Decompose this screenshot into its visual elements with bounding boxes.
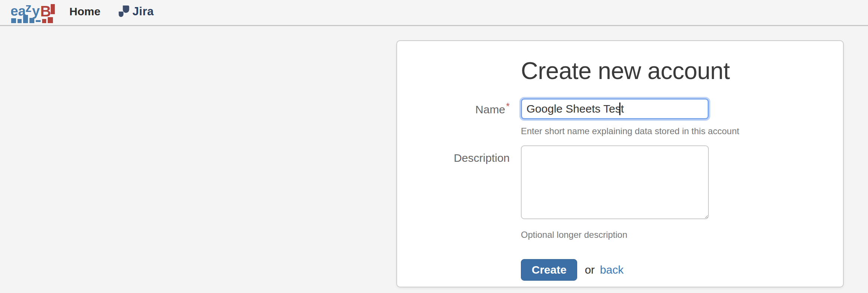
nav-jira-label: Jira bbox=[132, 5, 154, 18]
name-control-col: Enter short name explaining data stored … bbox=[521, 98, 739, 137]
description-help-text: Optional longer description bbox=[521, 230, 709, 240]
account-name-input[interactable] bbox=[521, 98, 709, 119]
name-label: Name bbox=[475, 103, 505, 116]
logo-text-y: y bbox=[32, 3, 40, 19]
name-label-wrap: Name* bbox=[397, 98, 521, 116]
name-help-text: Enter short name explaining data stored … bbox=[521, 126, 739, 137]
jira-logo-icon bbox=[117, 4, 130, 19]
name-input-wrap bbox=[521, 98, 709, 119]
account-description-textarea[interactable] bbox=[521, 145, 709, 219]
top-nav-bar: ea z y B Home Jira bbox=[0, 0, 868, 26]
nav-jira-link[interactable]: Jira bbox=[117, 4, 154, 19]
actions-group: Create or back bbox=[521, 259, 623, 281]
nav-home-link[interactable]: Home bbox=[69, 6, 100, 17]
description-control-col: Optional longer description bbox=[521, 145, 709, 240]
back-link[interactable]: back bbox=[600, 264, 623, 276]
required-asterisk: * bbox=[506, 101, 510, 112]
name-field-row: Name* Enter short name explaining data s… bbox=[397, 98, 843, 137]
eazybi-logo[interactable]: ea z y B bbox=[11, 1, 57, 24]
actions-row: Create or back bbox=[397, 249, 843, 281]
page-title: Create new account bbox=[521, 57, 843, 85]
create-button[interactable]: Create bbox=[521, 259, 577, 281]
eazybi-logo-icon: ea z y B bbox=[11, 1, 57, 24]
text-caret bbox=[619, 103, 620, 115]
create-account-form: Name* Enter short name explaining data s… bbox=[397, 98, 843, 281]
description-field-row: Description Optional longer description bbox=[397, 145, 843, 240]
or-separator: or bbox=[585, 264, 595, 276]
logo-text-z: z bbox=[25, 1, 32, 15]
description-label-wrap: Description bbox=[397, 145, 521, 165]
create-account-card: Create new account Name* Enter short nam… bbox=[396, 40, 844, 287]
logo-text-b: B bbox=[40, 3, 51, 19]
description-label: Description bbox=[454, 152, 510, 164]
